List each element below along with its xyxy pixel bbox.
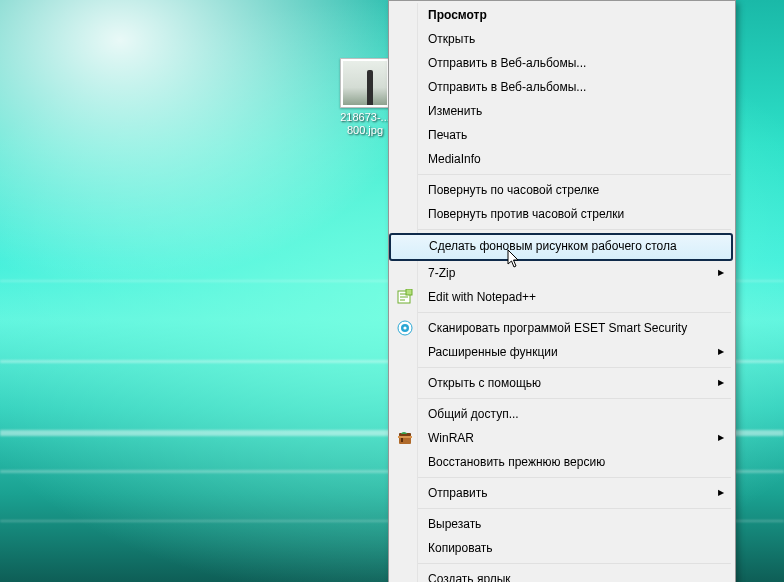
- notepadpp-icon: [397, 289, 413, 305]
- winrar-icon: [397, 430, 413, 446]
- menu-separator: [418, 367, 731, 368]
- menu-item-rotate-ccw[interactable]: Повернуть против часовой стрелки: [391, 202, 733, 226]
- menu-item-mediainfo[interactable]: MediaInfo: [391, 147, 733, 171]
- menu-item-7zip[interactable]: 7-Zip: [391, 261, 733, 285]
- svg-point-4: [403, 326, 406, 329]
- menu-item-print[interactable]: Печать: [391, 123, 733, 147]
- menu-item-cut[interactable]: Вырезать: [391, 512, 733, 536]
- menu-item-open-with[interactable]: Открыть с помощью: [391, 371, 733, 395]
- menu-item-edit[interactable]: Изменить: [391, 99, 733, 123]
- eset-icon: [397, 320, 413, 336]
- menu-item-send-to[interactable]: Отправить: [391, 481, 733, 505]
- context-menu: Просмотр Открыть Отправить в Веб-альбомы…: [388, 0, 736, 582]
- menu-item-notepadpp[interactable]: Edit with Notepad++: [391, 285, 733, 309]
- menu-item-create-shortcut[interactable]: Создать ярлык: [391, 567, 733, 582]
- menu-item-copy[interactable]: Копировать: [391, 536, 733, 560]
- menu-item-winrar[interactable]: WinRAR: [391, 426, 733, 450]
- menu-separator: [418, 312, 731, 313]
- svg-rect-8: [398, 436, 412, 438]
- menu-item-send-web-albums-1[interactable]: Отправить в Веб-альбомы...: [391, 51, 733, 75]
- menu-item-restore-previous[interactable]: Восстановить прежнюю версию: [391, 450, 733, 474]
- menu-item-rotate-cw[interactable]: Повернуть по часовой стрелке: [391, 178, 733, 202]
- menu-separator: [418, 229, 731, 230]
- menu-item-view[interactable]: Просмотр: [391, 3, 733, 27]
- menu-separator: [418, 508, 731, 509]
- menu-item-sharing[interactable]: Общий доступ...: [391, 402, 733, 426]
- menu-separator: [418, 477, 731, 478]
- menu-item-eset-scan[interactable]: Сканировать программой ESET Smart Securi…: [391, 316, 733, 340]
- menu-item-send-web-albums-2[interactable]: Отправить в Веб-альбомы...: [391, 75, 733, 99]
- menu-separator: [418, 398, 731, 399]
- menu-separator: [418, 174, 731, 175]
- image-thumbnail: [340, 58, 390, 108]
- menu-item-open[interactable]: Открыть: [391, 27, 733, 51]
- menu-item-eset-advanced[interactable]: Расширенные функции: [391, 340, 733, 364]
- svg-rect-1: [406, 289, 412, 295]
- menu-separator: [418, 563, 731, 564]
- menu-item-set-wallpaper[interactable]: Сделать фоновым рисунком рабочего стола: [389, 233, 733, 261]
